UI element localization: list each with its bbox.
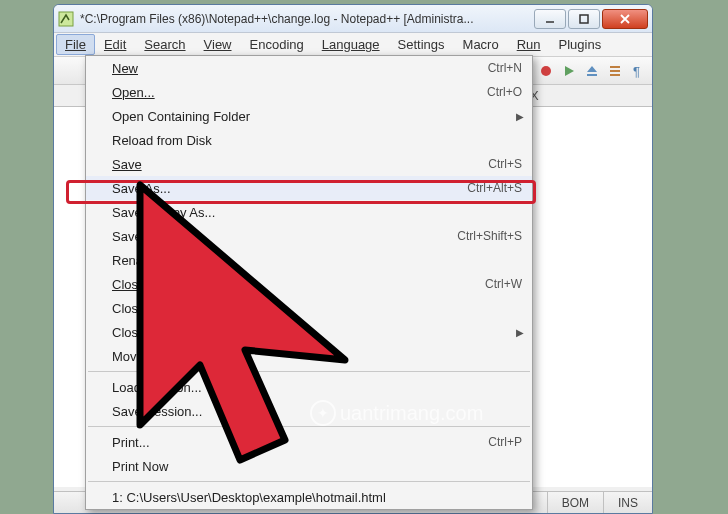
status-encoding: BOM [547, 492, 603, 513]
svg-text:¶: ¶ [633, 64, 640, 78]
submenu-arrow-icon: ▶ [516, 327, 524, 338]
menu-item-save-as[interactable]: Save As...Ctrl+Alt+S [86, 176, 532, 200]
menu-settings[interactable]: Settings [389, 34, 454, 55]
menu-item-recent-1[interactable]: 1: C:\Users\User\Desktop\example\hotmail… [86, 485, 532, 509]
menu-item-print[interactable]: Print...Ctrl+P [86, 430, 532, 454]
toolbar-play-icon[interactable] [559, 61, 579, 81]
menu-plugins[interactable]: Plugins [550, 34, 611, 55]
menu-item-reload[interactable]: Reload from Disk [86, 128, 532, 152]
menu-item-rename[interactable]: Rename... [86, 248, 532, 272]
menu-bar: File Edit Search View Encoding Language … [54, 33, 652, 57]
toolbar-pilcrow-icon[interactable]: ¶ [628, 61, 648, 81]
maximize-button[interactable] [568, 9, 600, 29]
toolbar-eject-icon[interactable] [582, 61, 602, 81]
menu-item-open[interactable]: Open...Ctrl+O [86, 80, 532, 104]
menu-separator [88, 426, 530, 427]
menu-search[interactable]: Search [135, 34, 194, 55]
menu-item-new[interactable]: NewCtrl+N [86, 56, 532, 80]
file-menu-dropdown: NewCtrl+N Open...Ctrl+O Open Containing … [85, 55, 533, 510]
svg-point-3 [541, 66, 551, 76]
menu-view[interactable]: View [195, 34, 241, 55]
menu-item-save-copy-as[interactable]: Save a Copy As... [86, 200, 532, 224]
toolbar-list-icon[interactable] [605, 61, 625, 81]
menu-edit[interactable]: Edit [95, 34, 135, 55]
menu-run[interactable]: Run [508, 34, 550, 55]
menu-item-load-session[interactable]: Load Session... [86, 375, 532, 399]
toolbar-macro-record-icon[interactable] [536, 61, 556, 81]
status-insert-mode: INS [603, 492, 652, 513]
app-icon [58, 11, 74, 27]
menu-item-close[interactable]: CloseCtrl+W [86, 272, 532, 296]
menu-macro[interactable]: Macro [454, 34, 508, 55]
menu-item-save-all[interactable]: Save AllCtrl+Shift+S [86, 224, 532, 248]
menu-item-move-to[interactable]: Move to [86, 344, 532, 368]
close-window-button[interactable] [602, 9, 648, 29]
svg-rect-2 [580, 15, 588, 23]
menu-item-close-all[interactable]: Close All [86, 296, 532, 320]
menu-separator [88, 371, 530, 372]
menu-item-save-session[interactable]: Save Session... [86, 399, 532, 423]
menu-item-print-now[interactable]: Print Now [86, 454, 532, 478]
menu-separator [88, 481, 530, 482]
submenu-arrow-icon: ▶ [516, 111, 524, 122]
menu-item-open-containing-folder[interactable]: Open Containing Folder▶ [86, 104, 532, 128]
menu-item-close-more[interactable]: Close More▶ [86, 320, 532, 344]
menu-encoding[interactable]: Encoding [241, 34, 313, 55]
menu-language[interactable]: Language [313, 34, 389, 55]
title-bar[interactable]: *C:\Program Files (x86)\Notepad++\change… [54, 5, 652, 33]
menu-file[interactable]: File [56, 34, 95, 55]
window-title: *C:\Program Files (x86)\Notepad++\change… [80, 12, 532, 26]
menu-item-save[interactable]: SaveCtrl+S [86, 152, 532, 176]
minimize-button[interactable] [534, 9, 566, 29]
